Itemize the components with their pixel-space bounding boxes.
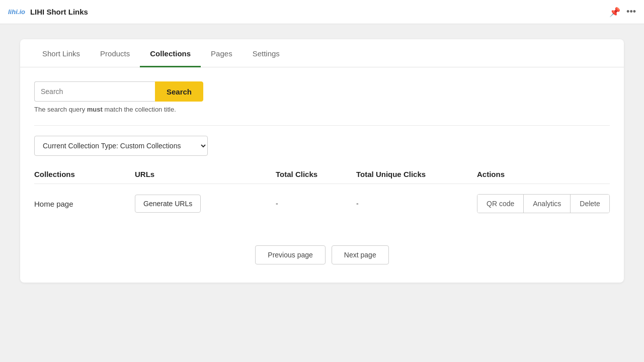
search-hint-suffix: match the collection title. [103, 106, 176, 113]
app-title: LIHI Short Links [30, 8, 88, 16]
tab-products[interactable]: Products [90, 39, 140, 67]
topbar-left: lihi.io LIHI Short Links [8, 8, 88, 16]
search-area: Search The search query must match the c… [34, 81, 610, 113]
topbar-right: 📌 ••• [609, 7, 636, 18]
col-header-actions: Actions [477, 170, 610, 178]
col-header-collections: Collections [34, 170, 135, 178]
pin-icon[interactable]: 📌 [609, 7, 620, 18]
table-row: Home page Generate URLs - - QR code Anal… [34, 186, 610, 221]
collection-type-select[interactable]: Current Collection Type: Custom Collecti… [34, 136, 208, 156]
tab-short-links[interactable]: Short Links [32, 39, 90, 67]
generate-urls-button[interactable]: Generate URLs [135, 195, 201, 213]
delete-button[interactable]: Delete [571, 195, 609, 213]
divider [34, 125, 610, 126]
search-hint-prefix: The search query [34, 106, 87, 113]
main-content: Short Links Products Collections Pages S… [0, 24, 644, 362]
search-hint-bold: must [87, 106, 103, 113]
tab-pages[interactable]: Pages [201, 39, 243, 67]
col-header-total-clicks: Total Clicks [276, 170, 356, 178]
tab-collections[interactable]: Collections [140, 39, 201, 67]
card-body: Search The search query must match the c… [20, 67, 624, 283]
search-input[interactable] [34, 81, 155, 102]
cell-total-unique-clicks: - [356, 200, 477, 208]
table-header: Collections URLs Total Clicks Total Uniq… [34, 170, 610, 184]
dropdown-row: Current Collection Type: Custom Collecti… [34, 136, 610, 156]
topbar: lihi.io LIHI Short Links 📌 ••• [0, 0, 644, 24]
action-buttons-group: QR code Analytics Delete [477, 194, 610, 213]
tabs-container: Short Links Products Collections Pages S… [20, 39, 624, 67]
cell-collection-name: Home page [34, 200, 135, 208]
previous-page-button[interactable]: Previous page [255, 245, 326, 264]
cell-total-clicks: - [276, 200, 356, 208]
logo: lihi.io [8, 8, 25, 16]
card: Short Links Products Collections Pages S… [20, 39, 624, 283]
more-options-icon[interactable]: ••• [626, 7, 636, 17]
col-header-unique-clicks: Total Unique Clicks [356, 170, 477, 178]
qr-code-button[interactable]: QR code [477, 195, 524, 213]
tab-settings[interactable]: Settings [243, 39, 290, 67]
cell-urls: Generate URLs [135, 195, 276, 213]
next-page-button[interactable]: Next page [332, 245, 389, 264]
cell-actions: QR code Analytics Delete [477, 194, 610, 213]
search-row: Search [34, 81, 610, 102]
col-header-urls: URLs [135, 170, 276, 178]
search-button[interactable]: Search [155, 81, 203, 102]
search-hint: The search query must match the collecti… [34, 106, 610, 113]
pagination: Previous page Next page [34, 245, 610, 268]
analytics-button[interactable]: Analytics [524, 195, 571, 213]
